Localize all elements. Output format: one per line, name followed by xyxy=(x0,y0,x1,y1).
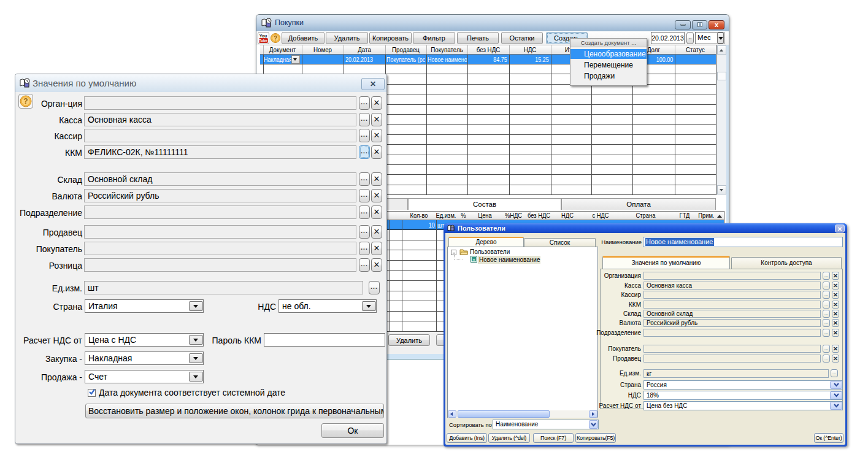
svg-text:Tube: Tube xyxy=(259,39,268,42)
svg-text:?: ? xyxy=(274,35,277,42)
svg-text:н: н xyxy=(473,258,475,261)
svg-text:You: You xyxy=(259,34,267,38)
